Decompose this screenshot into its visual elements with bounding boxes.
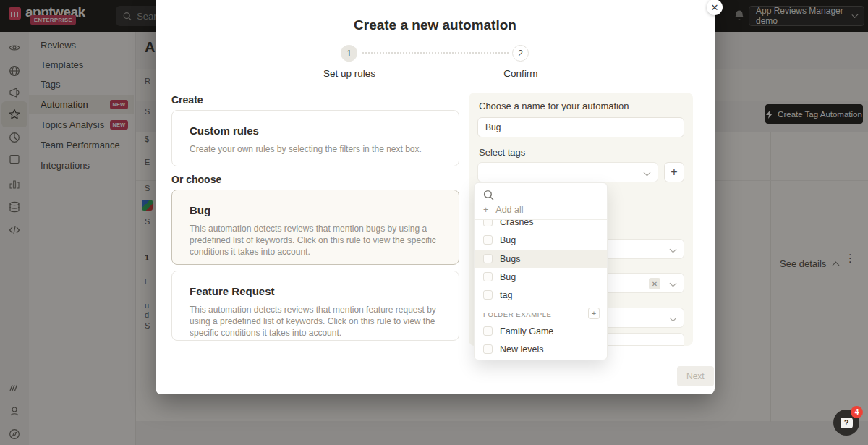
tag-option-label: Family Game: [500, 326, 553, 336]
create-section-heading: Create: [171, 94, 203, 106]
select-tags-label: Select tags: [479, 147, 525, 158]
automation-name-input[interactable]: [477, 117, 684, 137]
folder-section-label: FOLDER EXAMPLE: [483, 310, 551, 318]
checkbox[interactable]: [483, 290, 493, 300]
step-1-label: Set up rules: [322, 68, 377, 79]
bug-rule-title: Bug: [190, 204, 441, 216]
help-button[interactable]: ? 4: [833, 410, 859, 436]
bug-rule-card[interactable]: Bug This automation detects reviews that…: [171, 190, 459, 265]
tag-option-label: tag: [500, 290, 512, 300]
tags-dropdown: + Add all Crashes Bug Bugs Bug tag FOLDE…: [474, 182, 608, 360]
dropdown-item-clipped[interactable]: Crashes: [475, 220, 607, 229]
checkbox[interactable]: [483, 235, 493, 245]
search-icon: [483, 190, 494, 200]
dropdown-item[interactable]: New levels: [475, 340, 607, 358]
step-2-circle: 2: [512, 45, 529, 62]
tags-select[interactable]: [477, 162, 658, 182]
custom-rules-title: Custom rules: [190, 124, 441, 137]
dropdown-item[interactable]: Bug: [475, 231, 607, 249]
next-button-disabled[interactable]: Next: [677, 366, 714, 386]
modal-close-icon[interactable]: ✕: [707, 0, 723, 15]
custom-rules-description: Create your own rules by selecting the f…: [190, 143, 441, 155]
chevron-down-icon: [670, 280, 677, 287]
checkbox[interactable]: [483, 326, 493, 336]
name-label: Choose a name for your automation: [479, 101, 629, 111]
bug-rule-description: This automation detects reviews that men…: [190, 223, 441, 258]
feature-request-title: Feature Request: [190, 285, 441, 297]
modal-title: Create a new automation: [156, 17, 715, 33]
checkbox[interactable]: [483, 254, 493, 263]
modal-footer: Next: [156, 360, 715, 394]
add-all-label: Add all: [495, 205, 523, 215]
tag-option-label: Bug: [500, 235, 516, 245]
clear-icon[interactable]: ✕: [649, 278, 660, 289]
dropdown-item[interactable]: Bug: [475, 268, 607, 286]
chevron-down-icon: [670, 315, 677, 322]
checkbox[interactable]: [483, 272, 493, 281]
plus-icon: +: [483, 205, 488, 215]
tag-option-label: Bug: [500, 272, 516, 282]
create-automation-modal: ✕ Create a new automation 1 2 Set up rul…: [156, 0, 715, 394]
tag-option-label: Bugs: [500, 254, 521, 264]
folder-add-all-button[interactable]: +: [588, 308, 600, 319]
step-1-circle: 1: [341, 45, 357, 62]
checkbox[interactable]: [483, 220, 493, 226]
feature-request-card[interactable]: Feature Request This automation detects …: [171, 271, 459, 341]
or-choose-heading: Or choose: [171, 174, 221, 185]
tag-option-label: New levels: [500, 344, 543, 355]
step-2-label: Confirm: [492, 68, 550, 79]
tag-option-label: Crashes: [500, 220, 534, 227]
add-all-option[interactable]: + Add all: [483, 205, 524, 215]
add-tag-button[interactable]: +: [664, 162, 684, 182]
dropdown-item-highlighted[interactable]: Bugs: [475, 250, 607, 268]
feature-request-description: This automation detects reviews that men…: [190, 304, 441, 339]
custom-rules-card[interactable]: Custom rules Create your own rules by se…: [171, 110, 459, 166]
chevron-down-icon: [644, 169, 651, 177]
help-question-icon: ?: [841, 418, 853, 428]
dropdown-item[interactable]: tag: [475, 286, 607, 304]
chevron-down-icon: [670, 246, 677, 253]
help-notification-badge: 4: [851, 406, 863, 418]
checkbox[interactable]: [483, 344, 493, 354]
dropdown-item[interactable]: Family Game: [475, 322, 607, 340]
stepper-connector: [362, 52, 509, 54]
